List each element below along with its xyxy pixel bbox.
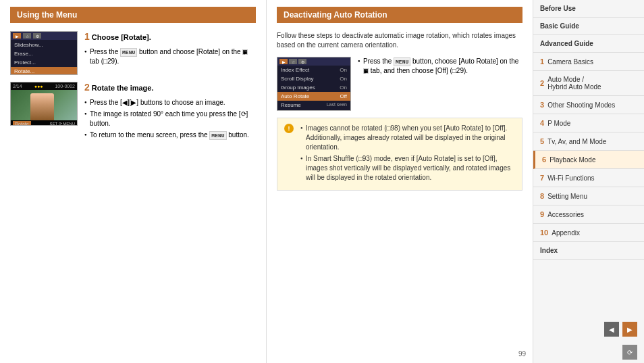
sidebar-item-tv-av-m[interactable]: 5 Tv, Av, and M Mode [533, 132, 644, 151]
warning-text-container: Images cannot be rotated (□98) when you … [300, 124, 515, 185]
menu-item-erase[interactable]: Erase... [11, 49, 77, 58]
playback-icon-step1: ▶ [242, 49, 248, 55]
sidebar-item-camera-basics[interactable]: 1 Camera Basics [533, 53, 644, 71]
ch1-number: 1 [540, 57, 544, 66]
ch5-number: 5 [540, 137, 544, 145]
step2-bullet2: The image is rotated 90° each time you p… [84, 110, 256, 128]
sidebar-item-playback[interactable]: 6 Playback Mode [533, 151, 644, 169]
ar-tab-star: ☆ [289, 59, 297, 64]
deactivate-bullet: Press the MENU button, choose [Auto Rota… [358, 57, 522, 76]
warning-icon: ! [284, 124, 294, 133]
menu-item-protect[interactable]: Protect... [11, 58, 77, 67]
next-button[interactable]: ▶ [622, 322, 637, 337]
ch8-number: 8 [540, 192, 544, 200]
sidebar-item-appendix[interactable]: 10 Appendix [533, 224, 644, 242]
menu-icon-step1: MENU [120, 48, 137, 57]
step1-number: 1 [84, 31, 90, 42]
sidebar-item-p-mode[interactable]: 4 P Mode [533, 114, 644, 132]
tab-star: ☆ [23, 33, 31, 39]
sidebar-item-before-use[interactable]: Before Use [533, 0, 644, 18]
step1-container: ▶ ☆ ⚙ Slideshow... Erase... Protect... R… [10, 31, 256, 75]
ar-item-scroll[interactable]: Scroll DisplayOn [277, 74, 350, 83]
menu-item-rotate[interactable]: Rotate... [11, 67, 77, 75]
playback-icon-deactivate: ▶ [363, 68, 369, 74]
deactivate-description: Follow these steps to deactivate automat… [277, 31, 522, 50]
sidebar-item-basic-guide[interactable]: Basic Guide [533, 18, 644, 35]
auto-rotate-screen: ▶ ☆ ⚙ Index EffectOn Scroll DisplayOn Gr… [277, 57, 351, 111]
ch1-label: Camera Basics [547, 58, 593, 66]
ch3-number: 3 [540, 101, 544, 109]
step1-image: ▶ ☆ ⚙ Slideshow... Erase... Protect... R… [10, 31, 78, 75]
ch4-label: P Mode [547, 120, 570, 127]
before-use-label: Before Use [540, 5, 576, 12]
sidebar-item-setting-menu[interactable]: 8 Setting Menu [533, 187, 644, 205]
camera-photo [11, 90, 77, 120]
ch7-number: 7 [540, 174, 544, 182]
step2-image: 2/14 ●●● 100-0002 Rotate SET ⟳ MENU [10, 82, 78, 142]
ar-tab-playback: ▶ [279, 59, 288, 64]
step2-container: 2/14 ●●● 100-0002 Rotate SET ⟳ MENU [10, 82, 256, 142]
menu-icon-deactivate: MENU [394, 57, 410, 66]
menu-tab-bar: ▶ ☆ ⚙ [11, 32, 77, 40]
ch2-number: 2 [540, 79, 544, 87]
ar-item-index[interactable]: Index EffectOn [277, 66, 350, 74]
warning-content: ! Images cannot be rotated (□98) when yo… [284, 124, 515, 185]
ch10-label: Appendix [552, 229, 580, 237]
ch5-label: Tv, Av, and M Mode [547, 138, 606, 145]
camera-screen-top: 2/14 ●●● 100-0002 [11, 82, 77, 90]
step1-title: Choose [Rotate]. [92, 33, 151, 41]
tab-playback: ▶ [13, 33, 21, 39]
basic-guide-label: Basic Guide [540, 22, 579, 30]
sidebar-item-other-modes[interactable]: 3 Other Shooting Modes [533, 96, 644, 114]
camera-bottom-bar: Rotate SET ⟳ MENU [11, 120, 77, 126]
advanced-guide-label: Advanced Guide [540, 40, 593, 47]
ch6-label: Playback Mode [549, 156, 595, 164]
auto-rotate-items-list: Index EffectOn Scroll DisplayOn Group Im… [277, 66, 350, 110]
sidebar-bottom: ◀ ▶ [533, 315, 644, 343]
ch10-number: 10 [540, 228, 548, 237]
step1-bullet1: Press the MENU button and choose [Rotate… [84, 47, 256, 66]
menu-screenshot: ▶ ☆ ⚙ Slideshow... Erase... Protect... R… [10, 31, 78, 75]
sidebar-item-index[interactable]: Index [533, 242, 644, 260]
page-number: 99 [518, 350, 526, 358]
warning-box: ! Images cannot be rotated (□98) when yo… [277, 118, 522, 191]
ch6-number: 6 [542, 155, 546, 164]
ch8-label: Setting Menu [547, 193, 587, 200]
camera-photo-person [30, 93, 54, 120]
camera-screen: 2/14 ●●● 100-0002 Rotate SET ⟳ MENU [10, 82, 78, 126]
step1-content: 1 Choose [Rotate]. Press the MENU button… [84, 31, 256, 75]
right-section: Deactivating Auto Rotation Follow these … [267, 0, 533, 363]
menu-icon-step2: MENU [209, 131, 226, 140]
sidebar: Before Use Basic Guide Advanced Guide 1 … [533, 0, 644, 363]
ar-item-resume[interactable]: ResumeLast seen [277, 101, 350, 110]
sidebar-item-accessories[interactable]: 9 Accessories [533, 205, 644, 224]
ch2-label: Auto Mode /Hybrid Auto Mode [547, 76, 601, 91]
deactivating-header: Deactivating Auto Rotation [277, 7, 522, 23]
using-menu-header: Using the Menu [10, 7, 256, 23]
ch3-label: Other Shooting Modes [547, 101, 615, 109]
step2-number: 2 [84, 82, 90, 93]
menu-items-list: Slideshow... Erase... Protect... Rotate.… [11, 40, 77, 75]
home-button[interactable]: ⟳ [622, 345, 637, 360]
prev-button[interactable]: ◀ [604, 322, 619, 337]
ar-tab-gear: ⚙ [298, 59, 306, 64]
ch9-number: 9 [540, 210, 544, 218]
step2-bullet1: Press the [◀][▶] buttons to choose an im… [84, 98, 256, 107]
auto-rotate-tab-bar: ▶ ☆ ⚙ [277, 57, 350, 66]
rotate-label: Rotate [13, 121, 31, 126]
step2-title: Rotate the image. [92, 84, 154, 92]
ar-item-group[interactable]: Group ImagesOn [277, 83, 350, 92]
warning-bullet2: In Smart Shuffle (□93) mode, even if [Au… [300, 154, 515, 183]
ar-item-auto-rotate[interactable]: Auto RotateOff [277, 92, 350, 101]
tab-gear: ⚙ [33, 33, 41, 39]
sidebar-item-wifi[interactable]: 7 Wi-Fi Functions [533, 169, 644, 187]
menu-item-slideshow[interactable]: Slideshow... [11, 41, 77, 49]
ch9-label: Accessories [547, 211, 584, 218]
left-section: Using the Menu ▶ ☆ ⚙ Slideshow... Erase.… [0, 0, 267, 363]
sidebar-item-advanced-guide[interactable]: Advanced Guide [533, 35, 644, 53]
step2-bullet3: To return to the menu screen, press the … [84, 130, 256, 140]
ch7-label: Wi-Fi Functions [547, 174, 594, 182]
content-columns: Using the Menu ▶ ☆ ⚙ Slideshow... Erase.… [0, 0, 533, 363]
sidebar-item-auto-mode[interactable]: 2 Auto Mode /Hybrid Auto Mode [533, 71, 644, 96]
step2-content: 2 Rotate the image. Press the [◀][▶] but… [84, 82, 256, 142]
